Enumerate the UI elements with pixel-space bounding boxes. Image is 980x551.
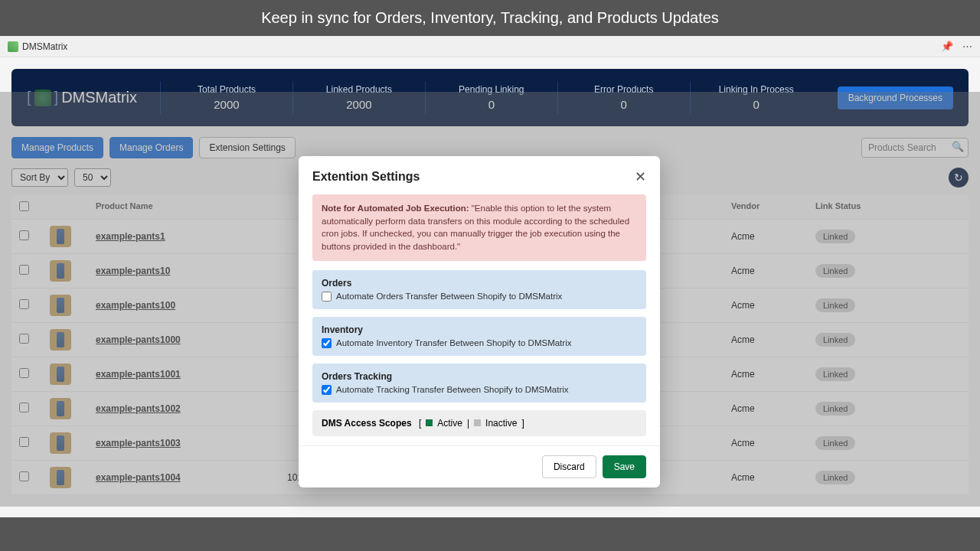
- bottom-bar: [0, 517, 980, 551]
- modal-title: Extention Settings: [312, 170, 420, 184]
- extension-settings-modal: Extention Settings ✕ Note for Automated …: [299, 156, 660, 487]
- setting-tracking: Orders Tracking Automate Tracking Transf…: [312, 364, 646, 403]
- top-banner: Keep in sync for Orders, Inventory, Trac…: [0, 0, 980, 36]
- pin-icon[interactable]: 📌: [941, 41, 953, 52]
- app-title: DMSMatrix: [22, 41, 67, 52]
- dms-access-scopes: DMS Access Scopes [ Active | Inactive ]: [312, 410, 646, 436]
- app-icon: [8, 41, 18, 52]
- status-dot-active: [426, 419, 433, 426]
- note-box: Note for Automated Job Execution: "Enabl…: [312, 194, 646, 261]
- setting-orders: Orders Automate Orders Transfer Between …: [312, 270, 646, 309]
- tracking-checkbox[interactable]: [322, 385, 332, 395]
- close-icon[interactable]: ✕: [635, 168, 646, 185]
- status-dot-inactive: [474, 419, 481, 426]
- app-bar: DMSMatrix 📌 ⋯: [0, 36, 980, 57]
- discard-button[interactable]: Discard: [542, 455, 596, 478]
- setting-inventory: Inventory Automate Inventory Transfer Be…: [312, 317, 646, 356]
- orders-checkbox[interactable]: [322, 292, 332, 302]
- more-icon[interactable]: ⋯: [962, 41, 972, 52]
- inventory-checkbox[interactable]: [322, 338, 332, 348]
- save-button[interactable]: Save: [603, 455, 646, 478]
